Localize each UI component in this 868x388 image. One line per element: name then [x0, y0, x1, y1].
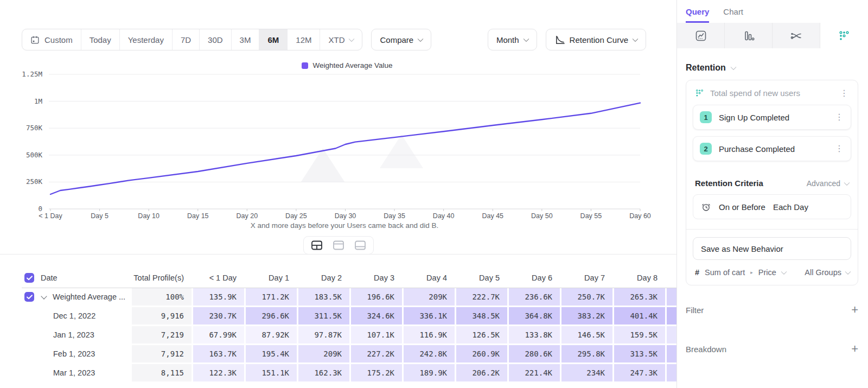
total-profiles-cell: 7,219 — [132, 326, 192, 344]
date-cell[interactable]: Feb 1, 2023 — [22, 345, 130, 362]
breadcrumb-arrow-icon: ▸ — [750, 270, 753, 275]
retention-value-cell: 348.5K — [456, 307, 507, 325]
svg-text:Day 20: Day 20 — [237, 212, 258, 220]
retention-value-cell: 280.6K — [509, 345, 560, 362]
range-3m[interactable]: 3M — [231, 29, 259, 50]
retention-value-cell: 206.2K — [456, 364, 507, 381]
retention-value-cell: 133.8K — [509, 326, 560, 344]
compare-button[interactable]: Compare — [371, 29, 431, 50]
layout-split-icon[interactable] — [308, 238, 326, 252]
insights-tab[interactable] — [677, 23, 725, 48]
retention-value-cell: 236.6K — [509, 288, 560, 306]
kebab-icon[interactable]: ⋮ — [833, 113, 845, 122]
retention-value-cell-clipped — [667, 307, 676, 325]
criteria-period[interactable]: Each Day — [773, 202, 808, 212]
save-as-new-behavior-button[interactable]: Save as New Behavior — [693, 237, 851, 260]
group-dropdown[interactable]: All Groups — [805, 268, 850, 277]
behavior-step-2[interactable]: 2Purchase Completed⋮ — [693, 136, 851, 161]
date-cell[interactable]: Weighted Average ... — [22, 288, 130, 306]
column-header: Date — [22, 268, 130, 288]
column-header: Day 2 — [298, 268, 349, 288]
retention-value-cell: 151.1K — [246, 364, 297, 381]
range-today[interactable]: Today — [81, 29, 119, 50]
tab-query[interactable]: Query — [686, 7, 709, 23]
retention-value-cell: 265.3K — [614, 288, 665, 306]
step-number-badge: 2 — [700, 143, 712, 155]
retention-table: DateTotal Profile(s)< 1 DayDay 1Day 2Day… — [22, 268, 676, 383]
add-breakdown-button[interactable]: + — [851, 343, 858, 355]
range-30d[interactable]: 30D — [199, 29, 231, 50]
date-cell[interactable]: Dec 1, 2022 — [22, 307, 130, 325]
behavior-title[interactable]: Total spend of new users — [710, 88, 832, 98]
analysis-type-tabs — [677, 23, 868, 48]
svg-text:Day 45: Day 45 — [482, 212, 503, 220]
chevron-down-icon — [523, 36, 529, 42]
kebab-icon[interactable]: ⋮ — [838, 89, 850, 98]
chevron-down-icon — [845, 269, 851, 275]
retention-value-cell: 163.7K — [193, 345, 244, 362]
table-row: Weighted Average ...100%135.9K171.2K183.… — [22, 288, 676, 306]
svg-text:Day 15: Day 15 — [187, 212, 209, 220]
row-checkbox[interactable] — [24, 292, 34, 302]
criteria-row[interactable]: On or Before Each Day — [693, 194, 851, 219]
kebab-icon[interactable]: ⋮ — [833, 144, 845, 153]
chevron-down-icon[interactable] — [41, 293, 47, 299]
funnels-tab[interactable] — [725, 23, 773, 48]
range-custom[interactable]: Custom — [22, 29, 81, 50]
retention-value-cell: 313.5K — [614, 345, 665, 362]
layout-top-icon[interactable] — [330, 238, 347, 252]
filter-label: Filter — [686, 306, 704, 315]
chevron-down-icon — [781, 269, 787, 275]
layout-bottom-icon[interactable] — [352, 238, 369, 252]
insights-icon — [694, 29, 707, 42]
criteria-mode-dropdown[interactable]: Advanced — [807, 179, 849, 188]
column-header: Day 1 — [246, 268, 297, 288]
retention-criteria-label: Retention Criteria — [695, 179, 763, 188]
criteria-condition[interactable]: On or Before — [719, 202, 765, 212]
compare-label: Compare — [380, 35, 413, 44]
retention-section-header[interactable]: Retention — [686, 63, 858, 73]
retention-value-cell: 87.92K — [246, 326, 297, 344]
flows-tab[interactable] — [773, 23, 820, 48]
numeric-property-icon: # — [695, 268, 699, 277]
retention-value-cell: 146.5K — [561, 326, 612, 344]
total-profiles-cell: 100% — [132, 288, 192, 306]
total-profiles-cell: 7,912 — [132, 345, 192, 362]
retention-tab[interactable] — [820, 23, 868, 48]
retention-value-cell: 122.3K — [193, 364, 244, 381]
row-checkbox[interactable] — [24, 273, 34, 283]
retention-value-cell: 336.1K — [404, 307, 455, 325]
column-header: Day 6 — [509, 268, 560, 288]
add-filter-button[interactable]: + — [851, 304, 858, 316]
breakdown-section: Breakdown + — [686, 343, 858, 355]
range-7d[interactable]: 7D — [172, 29, 199, 50]
range-yesterday[interactable]: Yesterday — [119, 29, 172, 50]
svg-text:Day 35: Day 35 — [384, 212, 405, 220]
date-cell[interactable]: Mar 1, 2023 — [22, 364, 130, 381]
chevron-down-icon — [418, 36, 424, 42]
step-label: Sign Up Completed — [719, 113, 826, 122]
chevron-down-icon — [632, 36, 638, 42]
range-6m[interactable]: 6M — [259, 29, 287, 50]
retention-value-cell: 189.9K — [404, 364, 455, 381]
granularity-button[interactable]: Month — [488, 29, 537, 50]
table-row: Mar 1, 20238,115122.3K151.1K162.3K175.2K… — [22, 364, 676, 381]
svg-text:250K: 250K — [26, 177, 43, 186]
behavior-step-1[interactable]: 1Sign Up Completed⋮ — [693, 105, 851, 130]
date-cell[interactable]: Jan 1, 2023 — [22, 326, 130, 344]
layout-toggle-group — [0, 236, 676, 255]
retention-value-cell: 260.9K — [456, 345, 507, 362]
chevron-down-icon — [730, 64, 736, 70]
chevron-down-icon — [844, 179, 850, 185]
tab-chart[interactable]: Chart — [723, 7, 743, 23]
card-divider — [686, 229, 858, 230]
svg-text:Day 55: Day 55 — [580, 212, 602, 220]
chart-type-button[interactable]: Retention Curve — [546, 29, 646, 50]
retention-value-cell: 183.5K — [298, 288, 349, 306]
range-12m[interactable]: 12M — [287, 29, 320, 50]
retention-value-cell: 250.7K — [561, 288, 612, 306]
measure-property-dropdown[interactable]: # Sum of cart ▸ Price — [695, 268, 786, 277]
svg-text:1M: 1M — [34, 97, 42, 105]
calendar-icon — [30, 35, 40, 44]
range-xtd[interactable]: XTD — [320, 29, 362, 50]
